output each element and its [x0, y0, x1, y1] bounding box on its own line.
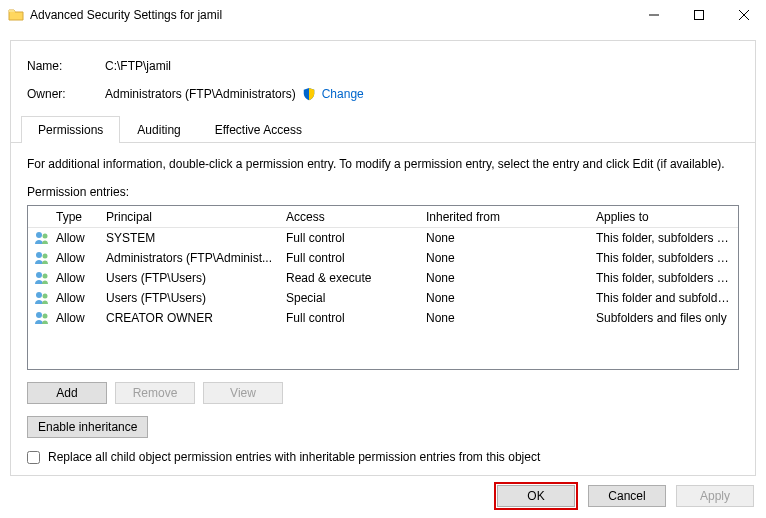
cancel-button[interactable]: Cancel	[588, 485, 666, 507]
cell-access: Special	[280, 291, 420, 305]
cell-type: Allow	[50, 291, 100, 305]
cell-principal: Users (FTP\Users)	[100, 271, 280, 285]
close-button[interactable]	[721, 1, 766, 29]
svg-point-5	[36, 272, 42, 278]
enable-inheritance-button[interactable]: Enable inheritance	[27, 416, 148, 438]
cell-applies: This folder, subfolders and files	[590, 251, 738, 265]
cell-type: Allow	[50, 231, 100, 245]
cell-principal: Administrators (FTP\Administ...	[100, 251, 280, 265]
cell-principal: CREATOR OWNER	[100, 311, 280, 325]
cell-applies: Subfolders and files only	[590, 311, 738, 325]
users-icon	[28, 270, 50, 286]
replace-checkbox[interactable]	[27, 451, 40, 464]
svg-point-2	[43, 234, 48, 239]
main-panel: Name: C:\FTP\jamil Owner: Administrators…	[10, 40, 756, 476]
title-bar: Advanced Security Settings for jamil	[0, 0, 766, 30]
owner-value: Administrators (FTP\Administrators)	[105, 87, 296, 101]
cell-inherited: None	[420, 251, 590, 265]
tab-bar: Permissions Auditing Effective Access	[11, 115, 755, 143]
replace-checkbox-label: Replace all child object permission entr…	[48, 450, 540, 464]
svg-point-8	[43, 294, 48, 299]
permission-entries-label: Permission entries:	[27, 185, 739, 199]
users-icon	[28, 250, 50, 266]
change-owner-link[interactable]: Change	[322, 87, 364, 101]
cell-applies: This folder and subfolders	[590, 291, 738, 305]
cell-inherited: None	[420, 271, 590, 285]
header-principal[interactable]: Principal	[100, 210, 280, 224]
svg-point-9	[36, 312, 42, 318]
cell-principal: SYSTEM	[100, 231, 280, 245]
list-header: Type Principal Access Inherited from App…	[28, 206, 738, 228]
tab-effective-access[interactable]: Effective Access	[198, 116, 319, 143]
ok-button[interactable]: OK	[497, 485, 575, 507]
replace-checkbox-row[interactable]: Replace all child object permission entr…	[27, 450, 739, 464]
cell-type: Allow	[50, 271, 100, 285]
table-row[interactable]: AllowUsers (FTP\Users)Read & executeNone…	[28, 268, 738, 288]
users-icon	[28, 310, 50, 326]
svg-point-1	[36, 232, 42, 238]
svg-point-10	[43, 314, 48, 319]
apply-button: Apply	[676, 485, 754, 507]
users-icon	[28, 230, 50, 246]
cell-applies: This folder, subfolders and files	[590, 231, 738, 245]
owner-label: Owner:	[27, 87, 105, 101]
permission-list[interactable]: Type Principal Access Inherited from App…	[27, 205, 739, 370]
cell-type: Allow	[50, 251, 100, 265]
cell-access: Full control	[280, 231, 420, 245]
cell-inherited: None	[420, 311, 590, 325]
view-button: View	[203, 382, 283, 404]
ok-highlight: OK	[494, 482, 578, 510]
maximize-button[interactable]	[676, 1, 721, 29]
name-value: C:\FTP\jamil	[105, 59, 171, 73]
tab-auditing[interactable]: Auditing	[120, 116, 197, 143]
remove-button: Remove	[115, 382, 195, 404]
cell-principal: Users (FTP\Users)	[100, 291, 280, 305]
window-title: Advanced Security Settings for jamil	[30, 8, 631, 22]
table-row[interactable]: AllowCREATOR OWNERFull controlNoneSubfol…	[28, 308, 738, 328]
header-applies[interactable]: Applies to	[590, 210, 738, 224]
svg-point-7	[36, 292, 42, 298]
svg-point-3	[36, 252, 42, 258]
header-inherited[interactable]: Inherited from	[420, 210, 590, 224]
svg-point-4	[43, 254, 48, 259]
hint-text: For additional information, double-click…	[27, 157, 739, 171]
shield-icon	[302, 87, 316, 101]
header-access[interactable]: Access	[280, 210, 420, 224]
table-row[interactable]: AllowAdministrators (FTP\Administ...Full…	[28, 248, 738, 268]
minimize-button[interactable]	[631, 1, 676, 29]
dialog-buttons: OK Cancel Apply	[494, 482, 754, 510]
header-type[interactable]: Type	[50, 210, 100, 224]
cell-inherited: None	[420, 291, 590, 305]
cell-access: Full control	[280, 251, 420, 265]
cell-access: Read & execute	[280, 271, 420, 285]
svg-point-6	[43, 274, 48, 279]
cell-type: Allow	[50, 311, 100, 325]
svg-rect-0	[694, 11, 703, 20]
cell-inherited: None	[420, 231, 590, 245]
table-row[interactable]: AllowSYSTEMFull controlNoneThis folder, …	[28, 228, 738, 248]
tab-permissions[interactable]: Permissions	[21, 116, 120, 143]
table-row[interactable]: AllowUsers (FTP\Users)SpecialNoneThis fo…	[28, 288, 738, 308]
users-icon	[28, 290, 50, 306]
folder-icon	[8, 7, 24, 23]
add-button[interactable]: Add	[27, 382, 107, 404]
name-label: Name:	[27, 59, 105, 73]
cell-applies: This folder, subfolders and files	[590, 271, 738, 285]
cell-access: Full control	[280, 311, 420, 325]
